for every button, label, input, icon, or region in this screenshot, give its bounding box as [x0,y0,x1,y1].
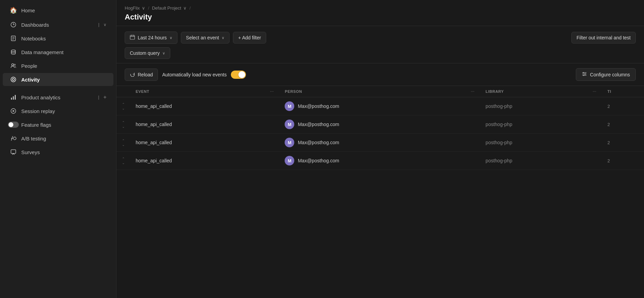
home-icon: 🏠 [10,7,17,14]
avatar: M [285,101,294,111]
svg-rect-16 [11,150,16,153]
table-row[interactable]: ⌃ ⌄ home_api_called M Max@posthog.com po… [116,97,644,115]
events-table: EVENT ··· PERSON ··· LIBRARY ··· TI ⌃ ⌄ … [116,86,644,170]
svg-rect-11 [13,96,14,100]
expand-arrows[interactable]: ⌃ ⌄ [122,102,125,110]
svg-point-26 [583,75,584,76]
sidebar-item-ab-testing[interactable]: A/B testing [3,132,113,145]
event-select-button[interactable]: Select an event ∨ [181,32,230,44]
person-info: M Max@posthog.com [285,101,460,111]
sidebar-item-label: People [21,63,107,69]
person-cell: M Max@posthog.com [279,97,465,115]
surveys-icon [10,149,17,155]
add-filter-button[interactable]: + Add filter [233,32,266,44]
svg-point-6 [12,64,14,66]
svg-rect-10 [11,98,12,100]
product-analytics-icon [10,94,17,100]
feature-flags-icon [10,122,17,128]
filter-out-label: Filter out internal and test [577,35,631,40]
event-name: home_api_called [136,140,172,145]
sidebar-item-label: Feature flags [21,122,107,128]
notebooks-icon [10,35,17,41]
library-cell: posthog-php [480,152,587,170]
configure-columns-label: Configure columns [590,72,630,77]
sidebar-item-label: Activity [21,77,107,83]
divider: | [98,22,99,27]
person-email: Max@posthog.com [298,158,339,163]
table-header-row: EVENT ··· PERSON ··· LIBRARY ··· TI [116,86,644,97]
person-email: Max@posthog.com [298,103,339,109]
header: HogFlix ∨ / Default Project ∨ / Activity [116,0,644,26]
expand-arrows[interactable]: ⌃ ⌄ [122,121,125,128]
time-cell: 2 [602,152,644,170]
sidebar-item-feature-flags[interactable]: Feature flags [3,118,113,131]
filter-out-button[interactable]: Filter out internal and test [571,32,636,44]
sidebar-item-home[interactable]: 🏠 Home [3,3,113,17]
sidebar-item-activity[interactable]: Activity [3,73,113,86]
table-row[interactable]: ⌃ ⌄ home_api_called M Max@posthog.com po… [116,152,644,170]
col-event-header: EVENT [130,86,264,97]
person-cell: M Max@posthog.com [279,134,465,152]
library-name: posthog-php [486,122,512,127]
event-dots-cell [264,97,279,115]
configure-columns-button[interactable]: Configure columns [576,68,636,81]
sidebar-item-people[interactable]: People [3,59,113,72]
library-dots-cell [587,115,602,134]
action-row: Reload Automatically load new events Con… [116,63,644,86]
breadcrumb-separator: / [189,5,191,11]
sidebar-item-session-replay[interactable]: Session replay [3,104,113,117]
col-library-dots[interactable]: ··· [587,86,602,97]
plus-icon[interactable]: + [103,94,107,100]
sidebar-item-surveys[interactable]: Surveys [3,146,113,159]
avatar: M [285,138,294,147]
reload-icon [130,72,135,78]
person-info: M Max@posthog.com [285,120,460,129]
sidebar-item-product-analytics[interactable]: Product analytics | + [3,91,113,104]
dashboards-icon [10,22,17,28]
sidebar-item-dashboards[interactable]: Dashboards | ∨ [3,18,113,31]
calendar-icon [130,35,135,41]
ab-testing-icon [10,135,17,141]
expand-arrows[interactable]: ⌃ ⌄ [122,139,125,147]
toolbar-row-2: Custom query ∨ [125,47,636,59]
breadcrumb-hogflix[interactable]: HogFlix ∨ [125,5,145,11]
reload-label: Reload [138,72,153,77]
sidebar-item-data-management[interactable]: Data management [3,46,113,59]
svg-point-25 [585,74,586,75]
person-cell: M Max@posthog.com [279,152,465,170]
sidebar-item-label: A/B testing [21,136,107,141]
breadcrumb-project[interactable]: Default Project ∨ [152,5,187,11]
activity-icon [10,76,17,83]
sidebar-item-label: Data management [21,49,107,55]
col-expand [116,86,130,97]
svg-point-15 [13,137,16,140]
breadcrumb-hogflix-label: HogFlix [125,5,140,11]
person-info: M Max@posthog.com [285,156,460,165]
people-icon [10,63,17,69]
expand-arrows[interactable]: ⌃ ⌄ [122,157,125,165]
person-dots-cell [465,97,480,115]
event-dots-cell [264,152,279,170]
custom-query-button[interactable]: Custom query ∨ [125,47,170,59]
add-filter-label: + Add filter [238,35,261,40]
expand-cell: ⌃ ⌄ [116,152,130,170]
col-person-dots[interactable]: ··· [465,86,480,97]
col-event-dots[interactable]: ··· [264,86,279,97]
sidebar-item-label: Surveys [21,149,107,155]
sidebar-item-notebooks[interactable]: Notebooks [3,32,113,45]
table-row[interactable]: ⌃ ⌄ home_api_called M Max@posthog.com po… [116,115,644,134]
svg-point-24 [583,72,584,73]
page-title: Activity [125,13,636,22]
reload-button[interactable]: Reload [125,69,158,81]
breadcrumb-project-label: Default Project [152,5,181,11]
person-dots-cell [465,152,480,170]
table-row[interactable]: ⌃ ⌄ home_api_called M Max@posthog.com po… [116,134,644,152]
auto-load-toggle[interactable] [231,71,246,79]
library-dots-cell [587,97,602,115]
time-value: 2 [607,104,610,109]
time-value: 2 [607,140,610,145]
time-value: 2 [607,122,610,127]
chevron-down-icon: ∨ [183,5,187,11]
time-filter-button[interactable]: Last 24 hours ∨ [125,32,177,44]
library-cell: posthog-php [480,97,587,115]
